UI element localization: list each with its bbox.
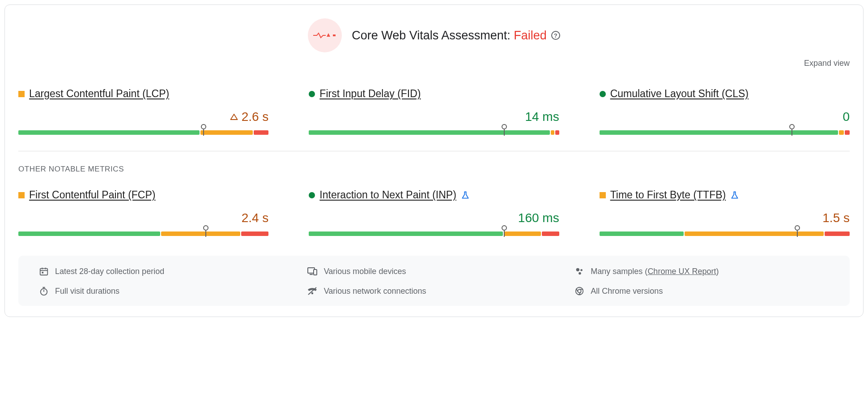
status-warn-icon [18, 91, 25, 97]
footer-durations: Full visit durations [39, 286, 294, 296]
stopwatch-icon [39, 286, 49, 296]
chrome-ux-report-link[interactable]: Chrome UX Report [647, 267, 716, 276]
metric-inp: Interaction to Next Paint (INP)160 ms [309, 189, 559, 236]
metric-lcp: Largest Contentful Paint (LCP)2.6 s [18, 88, 268, 135]
metric-fcp: First Contentful Paint (FCP)2.4 s [18, 189, 268, 236]
network-icon [307, 286, 318, 296]
bar-segment-warn [685, 231, 824, 236]
svg-point-11 [576, 268, 579, 271]
bar-segment-good [600, 130, 838, 135]
experimental-flask-icon [730, 191, 739, 200]
devices-icon [307, 266, 318, 276]
footer-network-text: Various network connections [324, 287, 426, 296]
svg-marker-2 [230, 114, 237, 120]
core-web-vitals-card: Core Web Vitals Assessment: Failed ? Exp… [4, 4, 864, 317]
metric-name-link[interactable]: Time to First Byte (TTFB) [610, 189, 726, 201]
calendar-icon [39, 266, 49, 276]
help-icon[interactable]: ? [551, 31, 560, 40]
svg-point-14 [41, 289, 47, 296]
expand-row: Expand view [18, 59, 850, 68]
footer-devices: Various mobile devices [307, 266, 562, 276]
metric-fid: First Input Delay (FID)14 ms [309, 88, 559, 135]
bar-segment-poor [825, 231, 850, 236]
metric-value-row: 1.5 s [600, 210, 850, 226]
bar-segment-poor [241, 231, 268, 236]
metric-name-link[interactable]: Interaction to Next Paint (INP) [319, 189, 456, 201]
bar-segment-warn [839, 130, 844, 135]
status-good-icon [600, 91, 606, 97]
bar-segment-warn [551, 130, 554, 135]
svg-point-13 [579, 272, 581, 275]
bar-segment-warn [504, 231, 541, 236]
footer-collection-period: Latest 28-day collection period [39, 266, 294, 276]
metric-distribution-bar [18, 231, 268, 236]
other-metrics-grid: First Contentful Paint (FCP)2.4 sInterac… [18, 189, 850, 236]
svg-rect-7 [42, 272, 43, 274]
metric-title-row: Interaction to Next Paint (INP) [309, 189, 559, 201]
footer-devices-text: Various mobile devices [324, 267, 406, 276]
metric-ttfb: Time to First Byte (TTFB)1.5 s [600, 189, 850, 236]
metric-cls: Cumulative Layout Shift (CLS)0 [600, 88, 850, 135]
metric-value: 1.5 s [822, 211, 850, 225]
metric-value-row: 160 ms [309, 210, 559, 226]
bar-segment-good [309, 130, 550, 135]
metric-name-link[interactable]: Cumulative Layout Shift (CLS) [610, 88, 749, 100]
bar-segment-good [18, 231, 160, 236]
svg-point-18 [311, 292, 313, 294]
bar-segment-warn [161, 231, 241, 236]
footer-durations-text: Full visit durations [55, 287, 119, 296]
assessment-title-text: Core Web Vitals Assessment: [352, 29, 514, 42]
bar-segment-good [18, 130, 200, 135]
warning-triangle-icon [230, 113, 238, 121]
percentile-marker [789, 124, 795, 129]
bar-segment-poor [555, 130, 559, 135]
percentile-marker [203, 225, 208, 231]
metric-distribution-bar [600, 130, 850, 135]
metric-value: 2.4 s [242, 211, 269, 225]
footer-samples-text: Many samples (Chrome UX Report) [591, 267, 719, 276]
footer-samples: Many samples (Chrome UX Report) [574, 266, 829, 276]
status-good-icon [309, 192, 315, 198]
status-warn-icon [18, 192, 25, 198]
section-divider [18, 151, 850, 151]
metric-value-row: 0 [600, 109, 850, 125]
assessment-status: Failed [514, 29, 547, 42]
metric-distribution-bar [600, 231, 850, 236]
metric-name-link[interactable]: Largest Contentful Paint (LCP) [29, 88, 169, 100]
bar-segment-poor [542, 231, 559, 236]
vitals-badge-icon [308, 18, 342, 52]
footer-chrome: All Chrome versions [574, 286, 829, 296]
metric-value-row: 2.4 s [18, 210, 268, 226]
metric-title-row: Cumulative Layout Shift (CLS) [600, 88, 850, 100]
footer-chrome-text: All Chrome versions [591, 287, 663, 296]
bar-segment-poor [254, 130, 268, 135]
metric-name-link[interactable]: First Contentful Paint (FCP) [29, 189, 155, 201]
metric-title-row: First Input Delay (FID) [309, 88, 559, 100]
metric-title-row: Time to First Byte (TTFB) [600, 189, 850, 201]
metric-distribution-bar [309, 231, 559, 236]
bar-segment-good [309, 231, 502, 236]
core-metrics-grid: Largest Contentful Paint (LCP)2.6 sFirst… [18, 88, 850, 135]
data-source-footer: Latest 28-day collection period Various … [18, 256, 850, 306]
metric-name-link[interactable]: First Input Delay (FID) [319, 88, 421, 100]
metric-distribution-bar [309, 130, 559, 135]
percentile-marker [795, 225, 800, 231]
other-metrics-heading: OTHER NOTABLE METRICS [18, 165, 850, 174]
expand-view-link[interactable]: Expand view [804, 59, 850, 68]
metric-value: 160 ms [518, 211, 559, 225]
percentile-marker [502, 225, 507, 231]
metric-title-row: Largest Contentful Paint (LCP) [18, 88, 268, 100]
assessment-header: Core Web Vitals Assessment: Failed ? [18, 18, 850, 52]
svg-rect-3 [40, 269, 48, 275]
svg-rect-1 [333, 34, 336, 36]
bar-segment-warn [200, 130, 253, 135]
metric-title-row: First Contentful Paint (FCP) [18, 189, 268, 201]
chrome-icon [574, 286, 584, 296]
metric-value: 0 [842, 110, 850, 124]
metric-value: 2.6 s [242, 110, 269, 124]
status-good-icon [309, 91, 315, 97]
assessment-title: Core Web Vitals Assessment: Failed ? [352, 29, 560, 43]
svg-point-12 [581, 269, 583, 271]
metric-distribution-bar [18, 130, 268, 135]
experimental-flask-icon [461, 191, 470, 200]
